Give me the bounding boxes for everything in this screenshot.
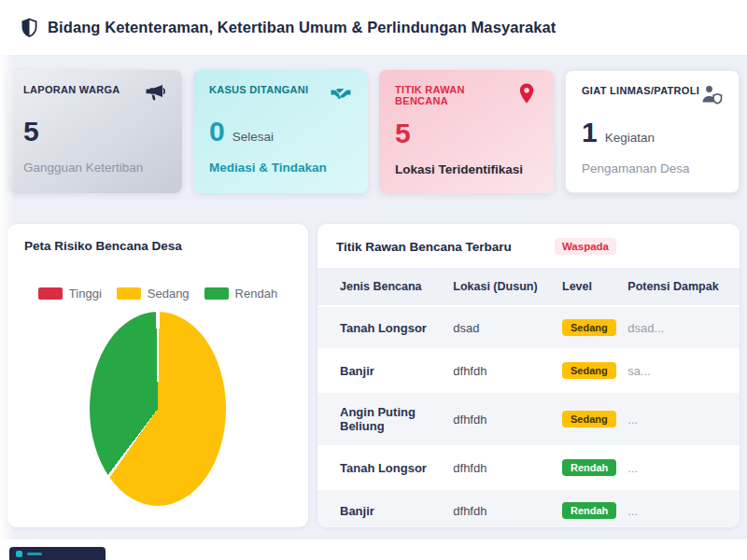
legend-swatch-rendah [204, 287, 229, 300]
level-badge: Rendah [562, 502, 616, 519]
cell-dampak: ... [622, 489, 740, 527]
hazard-table-panel: Titik Rawan Bencana Terbaru Waspada Jeni… [317, 224, 740, 527]
risk-map-panel: Peta Risiko Bencana Desa Tinggi Sedang R… [7, 224, 308, 527]
level-badge: Rendah [562, 459, 616, 476]
level-badge: Sedang [562, 362, 616, 379]
risk-pie-chart [90, 312, 226, 506]
risk-map-title: Peta Risiko Bencana Desa [24, 239, 291, 253]
table-row: Tanah Longsor dsad Sedang dsad... [317, 306, 740, 349]
col-jenis-bencana: Jenis Bencana [317, 268, 447, 306]
card-titik-rawan-bencana: TITIK RAWAN BENCANA 5 Lokasi Teridentifi… [379, 70, 554, 193]
cell-level: Sedang [557, 306, 622, 349]
card-label: TITIK RAWAN BENCANA [395, 84, 515, 106]
cell-level: Sedang [557, 392, 622, 446]
handshake-icon [330, 82, 352, 105]
page-title: Bidang Ketenteraman, Ketertiban Umum & P… [48, 19, 556, 36]
status-badge: Waspada [555, 238, 616, 255]
table-row: Banjir dfhfdh Rendah ... [317, 489, 740, 527]
legend-item-rendah[interactable]: Rendah [204, 287, 278, 301]
legend-item-tinggi[interactable]: Tinggi [38, 287, 102, 301]
stat-cards-row: LAPORAN WARGA 5 Gangguan Ketertiban KASU… [7, 70, 740, 193]
dev-overlay-glyph [27, 553, 42, 555]
cell-level: Rendah [557, 489, 622, 527]
chart-legend: Tinggi Sedang Rendah [24, 287, 291, 301]
card-laporan-warga: LAPORAN WARGA 5 Gangguan Ketertiban [7, 70, 182, 193]
card-giat-linmas-patroli: GIAT LINMAS/PATROLI 1 Kegiatan Pengamana… [565, 70, 740, 193]
card-value-suffix: Kegiatan [605, 131, 655, 145]
legend-label: Sedang [148, 287, 190, 301]
legend-swatch-sedang [117, 287, 141, 300]
cell-lokasi: dsad [447, 306, 557, 349]
cell-dampak: sa... [622, 349, 740, 392]
dev-overlay-icon [16, 551, 22, 557]
cell-jenis: Banjir [317, 489, 447, 527]
megaphone-icon [144, 82, 166, 105]
card-value: 1 [582, 119, 598, 147]
card-subtitle: Gangguan Ketertiban [23, 161, 166, 175]
hazard-table: Jenis Bencana Lokasi (Dusun) Level Poten… [317, 268, 740, 527]
cell-lokasi: dfhfdh [447, 446, 557, 489]
bottom-strip [0, 539, 747, 560]
card-value: 5 [395, 119, 411, 147]
shield-icon [21, 18, 38, 38]
level-badge: Sedang [562, 319, 616, 336]
cell-level: Rendah [557, 446, 622, 489]
legend-label: Tinggi [69, 287, 102, 301]
dashboard-page: Bidang Ketenteraman, Ketertiban Umum & P… [0, 0, 747, 560]
cell-level: Sedang [557, 349, 622, 392]
cell-jenis: Banjir [317, 349, 447, 392]
legend-swatch-tinggi [38, 287, 63, 300]
table-header-row: Jenis Bencana Lokasi (Dusun) Level Poten… [317, 268, 740, 306]
col-level: Level [557, 268, 622, 306]
card-kasus-ditangani: KASUS DITANGANI 0 Selesai Mediasi & Tind… [193, 70, 368, 193]
legend-item-sedang[interactable]: Sedang [117, 287, 190, 301]
hazard-table-title: Titik Rawan Bencana Terbaru [336, 240, 512, 254]
card-value-suffix: Selesai [233, 130, 274, 144]
map-pin-icon [515, 82, 538, 105]
user-shield-icon [700, 83, 723, 105]
page-header: Bidang Ketenteraman, Ketertiban Umum & P… [0, 0, 747, 56]
card-label: GIAT LINMAS/PATROLI [582, 85, 699, 96]
table-row: Angin Puting Beliung dfhfdh Sedang ... [317, 392, 740, 446]
main-content: Peta Risiko Bencana Desa Tinggi Sedang R… [7, 224, 740, 527]
card-label: KASUS DITANGANI [209, 84, 308, 95]
col-lokasi-dusun: Lokasi (Dusun) [447, 268, 557, 306]
table-row: Tanah Longsor dfhfdh Rendah ... [317, 446, 740, 489]
dev-overlay-bar[interactable] [9, 547, 106, 560]
card-subtitle: Pengamanan Desa [582, 161, 723, 175]
cell-dampak: ... [622, 446, 740, 489]
cell-lokasi: dfhfdh [447, 392, 557, 446]
card-subtitle: Mediasi & Tindakan [209, 161, 352, 175]
cell-dampak: dsad... [622, 306, 740, 349]
cell-jenis: Tanah Longsor [317, 306, 447, 349]
card-subtitle: Lokasi Teridentifikasi [395, 162, 538, 176]
card-value: 0 [209, 118, 225, 146]
col-potensi-dampak: Potensi Dampak [622, 268, 740, 306]
level-badge: Sedang [562, 411, 616, 427]
cell-lokasi: dfhfdh [447, 349, 557, 392]
cell-jenis: Tanah Longsor [317, 446, 447, 489]
cell-dampak: ... [622, 392, 740, 446]
table-row: Banjir dfhfdh Sedang sa... [317, 349, 740, 392]
cell-lokasi: dfhfdh [447, 489, 557, 527]
cell-jenis: Angin Puting Beliung [317, 392, 447, 446]
legend-label: Rendah [235, 287, 278, 301]
card-value: 5 [23, 118, 39, 146]
card-label: LAPORAN WARGA [23, 84, 120, 95]
